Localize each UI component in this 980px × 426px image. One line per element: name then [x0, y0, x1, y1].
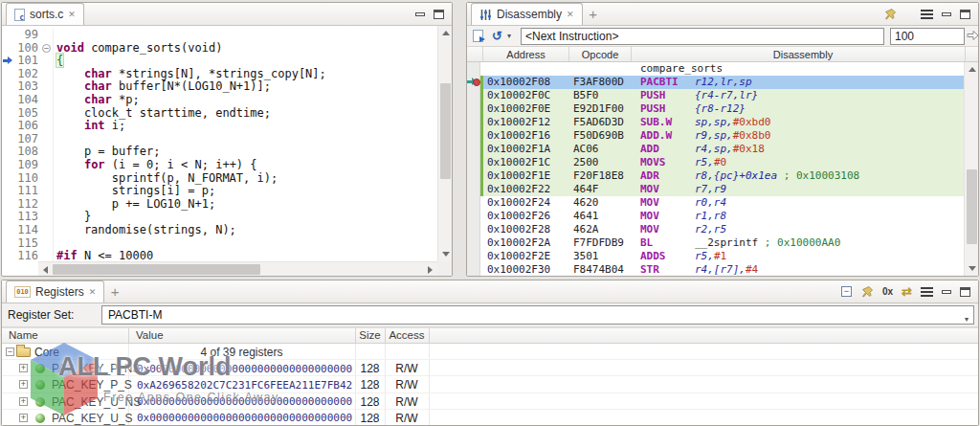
- disassembly-gutter[interactable]: [467, 250, 480, 263]
- address-expression-combo[interactable]: [521, 28, 884, 45]
- tab-disassembly[interactable]: Disassembly ✕: [471, 3, 583, 25]
- register-value[interactable]: 0x00000000000000000000000000000000: [137, 395, 352, 408]
- disassembly-row[interactable]: 0x10002F12F5AD6D3DSUB.Wsp,sp,#0xbd0: [467, 116, 964, 129]
- column-header-address[interactable]: Address: [483, 47, 569, 61]
- disassembly-row[interactable]: 0x10002F28462AMOVr2,r5: [467, 223, 964, 236]
- column-header-name[interactable]: Name: [9, 329, 38, 341]
- breakpoint-gutter[interactable]: [2, 55, 15, 68]
- disassembly-gutter[interactable]: [467, 89, 480, 102]
- code-line[interactable]: 116#if N <= 10000: [2, 250, 437, 261]
- register-row[interactable]: +PAC_KEY_U_NS0x0000000000000000000000000…: [2, 393, 978, 410]
- scroll-up-icon[interactable]: [438, 26, 453, 40]
- code-line[interactable]: 105 clock_t starttime, endtime;: [2, 107, 437, 121]
- breakpoint-gutter[interactable]: [2, 250, 15, 261]
- disassembly-row[interactable]: 0x10002F244620MOVr0,r4: [467, 196, 964, 210]
- code-line[interactable]: 115: [2, 237, 437, 251]
- disassembly-gutter[interactable]: [467, 263, 480, 276]
- code-line[interactable]: 113 }: [2, 211, 437, 224]
- view-menu-icon[interactable]: [921, 287, 933, 297]
- tab-sorts-c[interactable]: c sorts.c ✕: [6, 3, 84, 25]
- refresh-disassembly-icon[interactable]: [473, 30, 483, 42]
- minimize-icon[interactable]: [942, 290, 951, 294]
- scroll-left-icon[interactable]: [38, 262, 53, 277]
- breakpoint-gutter[interactable]: [2, 224, 15, 237]
- register-row[interactable]: −Core4 of 39 registers: [2, 344, 978, 360]
- close-icon[interactable]: ✕: [89, 287, 97, 297]
- breakpoint-gutter[interactable]: [2, 80, 15, 94]
- code-line[interactable]: 112 p += LOG10_N+1;: [2, 198, 437, 212]
- register-row[interactable]: +PAC_KEY_U_S0x00000000000000000000000000…: [2, 410, 978, 425]
- column-header-value[interactable]: Value: [136, 329, 164, 341]
- breakpoint-gutter[interactable]: [2, 29, 15, 42]
- scroll-down-icon[interactable]: [965, 261, 979, 276]
- breakpoint-gutter[interactable]: [2, 198, 15, 212]
- pin-icon[interactable]: [883, 8, 897, 21]
- disassembly-row[interactable]: 0x10002F1C2500MOVSr5,#0: [467, 156, 964, 169]
- editor-horizontal-scrollbar[interactable]: [38, 261, 437, 276]
- code-line[interactable]: 99: [2, 29, 437, 42]
- disassembly-gutter[interactable]: [467, 169, 480, 183]
- code-line[interactable]: 107: [2, 133, 437, 146]
- hex-format-icon[interactable]: 0x: [882, 286, 893, 297]
- breakpoint-gutter[interactable]: [2, 211, 15, 224]
- disassembly-gutter[interactable]: [467, 62, 480, 76]
- register-row[interactable]: +PAC_KEY_P_S0xA269658202C7C231FC6FEEA211…: [2, 376, 978, 392]
- minimize-icon[interactable]: [942, 12, 951, 16]
- disassembly-gutter[interactable]: [467, 76, 480, 89]
- code-line[interactable]: 108 p = buffer;: [2, 146, 437, 159]
- disassembly-row[interactable]: 0x10002F2AF7FDFDB9BL__2sprintf ; 0x10000…: [467, 236, 964, 250]
- breakpoint-icon[interactable]: [473, 78, 480, 86]
- history-icon[interactable]: ↺: [492, 29, 502, 43]
- maximize-icon[interactable]: [434, 10, 444, 19]
- pin-icon[interactable]: [860, 285, 874, 299]
- code-line[interactable]: 100−void compare_sorts(void): [2, 42, 437, 56]
- expand-expander-icon[interactable]: +: [19, 397, 28, 406]
- instruction-count-field[interactable]: [890, 28, 965, 45]
- register-value[interactable]: 0x00000000000000000000000000000000: [137, 412, 352, 424]
- disassembly-row[interactable]: 0x10002F16F50D690BADD.Wr9,sp,#0x8b0: [467, 129, 964, 143]
- expand-expander-icon[interactable]: +: [19, 380, 28, 389]
- disassembly-gutter[interactable]: [467, 116, 480, 129]
- code-line[interactable]: 110 sprintf(p, N_FORMAT, i);: [2, 172, 437, 186]
- breakpoint-gutter[interactable]: [2, 159, 15, 172]
- breakpoint-gutter[interactable]: [2, 42, 15, 56]
- expand-expander-icon[interactable]: +: [19, 414, 28, 422]
- code-line[interactable]: 114 randomise(strings, N);: [2, 224, 437, 237]
- disassembly-row[interactable]: 0x10002F0EE92D1F00PUSH{r8-r12}: [467, 102, 964, 116]
- disassembly-row[interactable]: 0x10002F1AAC06ADDr4,sp,#0x18: [467, 143, 964, 156]
- disassembly-gutter[interactable]: [467, 183, 480, 196]
- code-line[interactable]: 102 char *strings[N], *strings_copy[N];: [2, 68, 437, 81]
- expand-expander-icon[interactable]: +: [19, 364, 28, 372]
- disassembly-row[interactable]: 0x10002F22464FMOVr7,r9: [467, 183, 964, 196]
- code-area[interactable]: 99100−void compare_sorts(void)101{102 ch…: [2, 26, 437, 261]
- collapse-all-icon[interactable]: −: [841, 286, 852, 297]
- column-header-size[interactable]: Size: [355, 329, 385, 341]
- maximize-icon[interactable]: [960, 10, 970, 19]
- register-value[interactable]: 0xA269658202C7C231FC6FEEA211E7FB42: [137, 379, 352, 392]
- breakpoint-gutter[interactable]: [2, 133, 15, 146]
- code-line[interactable]: 104 char *p;: [2, 94, 437, 107]
- code-line[interactable]: 106 int i;: [2, 120, 437, 133]
- scroll-right-icon[interactable]: [423, 262, 437, 277]
- breakpoint-gutter[interactable]: [2, 120, 15, 133]
- disassembly-gutter[interactable]: [467, 129, 480, 143]
- view-menu-icon[interactable]: [921, 10, 933, 19]
- disassembly-gutter[interactable]: [467, 143, 480, 156]
- code-line[interactable]: 111 strings[i] = p;: [2, 185, 437, 198]
- breakpoint-gutter[interactable]: [2, 94, 15, 107]
- column-header-access[interactable]: Access: [385, 329, 429, 341]
- disassembly-gutter[interactable]: [467, 156, 480, 169]
- close-icon[interactable]: ✕: [68, 10, 76, 19]
- tab-registers[interactable]: 010 Registers ✕: [6, 280, 104, 303]
- scrollbar-thumb[interactable]: [440, 83, 451, 179]
- column-header-disassembly[interactable]: Disassembly: [632, 47, 966, 61]
- dropdown-arrow-icon[interactable]: ▾: [965, 311, 969, 328]
- breakpoint-gutter[interactable]: [2, 237, 15, 251]
- scroll-up-icon[interactable]: [965, 62, 979, 77]
- close-icon[interactable]: ✕: [567, 10, 574, 19]
- disassembly-row[interactable]: 0x10002F2E3501ADDSr5,#1: [467, 250, 964, 263]
- disassembly-row[interactable]: 0x10002F1EF20F18E8ADRr8,{pc}+0x1ea ; 0x1…: [467, 169, 964, 183]
- history-dropdown-icon[interactable]: ▾: [507, 32, 511, 40]
- scrollbar-thumb[interactable]: [967, 169, 977, 244]
- collapse-expander-icon[interactable]: −: [6, 348, 14, 356]
